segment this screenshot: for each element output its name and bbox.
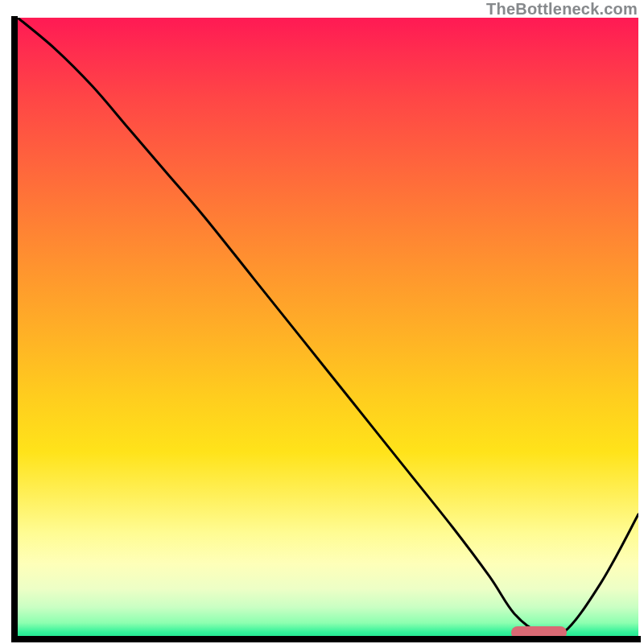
- bottleneck-curve: [18, 18, 638, 638]
- watermark-text: TheBottleneck.com: [486, 0, 638, 19]
- plot-area: [18, 18, 638, 638]
- chart-frame: TheBottleneck.com: [0, 0, 644, 644]
- x-axis: [11, 636, 641, 642]
- y-axis: [11, 16, 18, 641]
